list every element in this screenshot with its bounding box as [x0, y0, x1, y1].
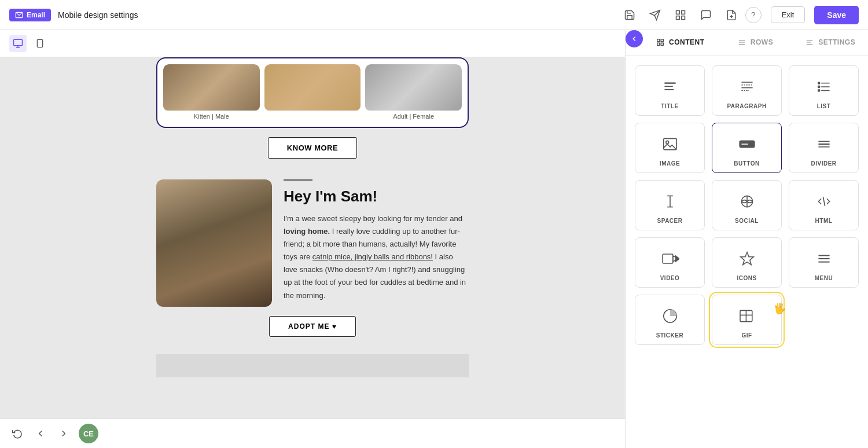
- html-label: HTML: [815, 218, 833, 224]
- undo-button[interactable]: [9, 425, 25, 442]
- desktop-view-button[interactable]: [9, 35, 27, 52]
- right-panel: CONTENT ROWS SETTINGS TITLE: [625, 30, 868, 448]
- video-icon: [659, 247, 682, 270]
- know-more-button[interactable]: KNOW MORE: [268, 137, 357, 159]
- gif-label: GIF: [741, 332, 752, 339]
- content-item-gif[interactable]: 🖐 GIF: [712, 295, 782, 345]
- sam-content: Hey I'm Sam! I'm a wee sweet sleepy boy …: [284, 179, 469, 302]
- content-item-video[interactable]: VIDEO: [635, 237, 705, 288]
- svg-rect-14: [657, 39, 660, 42]
- menu-label: MENU: [815, 275, 833, 281]
- forward-button[interactable]: [56, 425, 72, 442]
- button-icon: [735, 133, 759, 156]
- list-label: LIST: [817, 103, 831, 109]
- svg-rect-5: [676, 16, 679, 19]
- paragraph-icon: [735, 75, 759, 98]
- svg-rect-16: [657, 43, 660, 45]
- canvas-area: Kitten | Male Adult | Female KNOW MORE: [0, 30, 625, 448]
- content-item-image[interactable]: IMAGE: [635, 123, 705, 173]
- topbar-right: ? Exit Save: [745, 6, 859, 24]
- content-item-spacer[interactable]: SPACER: [635, 180, 705, 230]
- spacer-icon: [659, 190, 682, 213]
- svg-point-35: [818, 86, 819, 87]
- content-item-social[interactable]: SOCIAL: [712, 180, 782, 230]
- add-page-icon[interactable]: [724, 8, 738, 22]
- bottom-strip: [156, 354, 469, 377]
- title-label: TITLE: [661, 103, 678, 109]
- know-more-wrap: KNOW MORE: [156, 128, 469, 168]
- grid-icon[interactable]: [674, 8, 687, 22]
- cat-label-2: [264, 111, 361, 114]
- sticker-label: STICKER: [656, 332, 683, 339]
- svg-rect-17: [661, 43, 663, 45]
- bottom-toolbar: CE: [0, 418, 625, 448]
- html-icon: [812, 190, 836, 213]
- svg-rect-6: [681, 16, 685, 19]
- svg-rect-12: [37, 39, 42, 47]
- title-icon: [659, 75, 682, 98]
- sam-description: I'm a wee sweet sleepy boy looking for m…: [284, 212, 469, 302]
- hand-cursor-icon: 🖐: [773, 302, 786, 315]
- cat-image-3: [365, 64, 462, 111]
- topbar-tools: [623, 8, 738, 22]
- divider-label: DIVIDER: [811, 160, 836, 167]
- svg-rect-9: [14, 39, 23, 46]
- image-icon: [659, 133, 682, 156]
- content-item-icons[interactable]: ICONS: [712, 237, 782, 288]
- main-layout: Kitten | Male Adult | Female KNOW MORE: [0, 30, 868, 448]
- content-grid: TITLE PARAGRAPH LIST: [635, 65, 859, 345]
- content-item-button[interactable]: BUTTON: [712, 123, 782, 173]
- svg-point-36: [818, 90, 819, 91]
- panel-content: TITLE PARAGRAPH LIST: [626, 56, 868, 448]
- adopt-wrap: ADOPT ME ♥: [156, 307, 469, 337]
- cat-card-3: Adult | Female: [365, 64, 462, 121]
- paragraph-label: PARAGRAPH: [727, 103, 766, 109]
- sam-link[interactable]: catnip mice, jingly balls and ribbons!: [312, 252, 433, 261]
- sam-section: Hey I'm Sam! I'm a wee sweet sleepy boy …: [145, 168, 480, 354]
- cats-row: Kitten | Male Adult | Female: [156, 57, 469, 128]
- email-top-section: Kitten | Male Adult | Female KNOW MORE: [145, 57, 480, 168]
- svg-point-34: [818, 82, 819, 84]
- avatar: CE: [79, 424, 98, 443]
- email-canvas: Kitten | Male Adult | Female KNOW MORE: [145, 57, 480, 418]
- social-label: SOCIAL: [735, 218, 759, 224]
- tab-content[interactable]: CONTENT: [643, 30, 718, 56]
- svg-rect-4: [681, 10, 685, 14]
- chat-icon[interactable]: [699, 8, 713, 22]
- gif-icon: [735, 304, 759, 328]
- save-icon[interactable]: [623, 8, 637, 22]
- icons-label: ICONS: [737, 275, 756, 281]
- list-icon: [812, 75, 836, 98]
- help-button[interactable]: ?: [745, 7, 762, 23]
- content-item-sticker[interactable]: STICKER: [635, 295, 705, 345]
- back-button[interactable]: [32, 425, 49, 442]
- content-item-title[interactable]: TITLE: [635, 65, 705, 116]
- content-item-divider[interactable]: DIVIDER: [789, 123, 859, 173]
- save-button[interactable]: Save: [814, 6, 859, 24]
- panel-tabs: CONTENT ROWS SETTINGS: [626, 30, 868, 56]
- svg-point-38: [665, 141, 668, 144]
- send-icon[interactable]: [648, 8, 662, 22]
- content-item-list[interactable]: LIST: [789, 65, 859, 116]
- exit-button[interactable]: Exit: [771, 6, 806, 23]
- canvas-scroll[interactable]: Kitten | Male Adult | Female KNOW MORE: [0, 57, 625, 418]
- tab-rows[interactable]: ROWS: [718, 30, 793, 56]
- cat-card-1: Kitten | Male: [163, 64, 260, 121]
- panel-toggle-button[interactable]: [626, 30, 643, 47]
- image-label: IMAGE: [660, 160, 680, 167]
- tab-settings[interactable]: SETTINGS: [793, 30, 868, 56]
- svg-line-49: [823, 197, 825, 206]
- sam-divider: [284, 179, 312, 181]
- cat-image-2: [264, 64, 361, 111]
- svg-rect-50: [663, 254, 673, 263]
- topbar: Email Mobile design settings ? Exit Save: [0, 0, 868, 30]
- spacer-label: SPACER: [657, 218, 683, 224]
- content-item-menu[interactable]: MENU: [789, 237, 859, 288]
- adopt-me-button[interactable]: ADOPT ME ♥: [269, 316, 356, 337]
- svg-rect-15: [661, 39, 663, 42]
- content-item-paragraph[interactable]: PARAGRAPH: [712, 65, 782, 116]
- email-badge[interactable]: Email: [9, 9, 51, 21]
- button-label: BUTTON: [734, 160, 759, 167]
- content-item-html[interactable]: HTML: [789, 180, 859, 230]
- mobile-view-button[interactable]: [31, 35, 49, 52]
